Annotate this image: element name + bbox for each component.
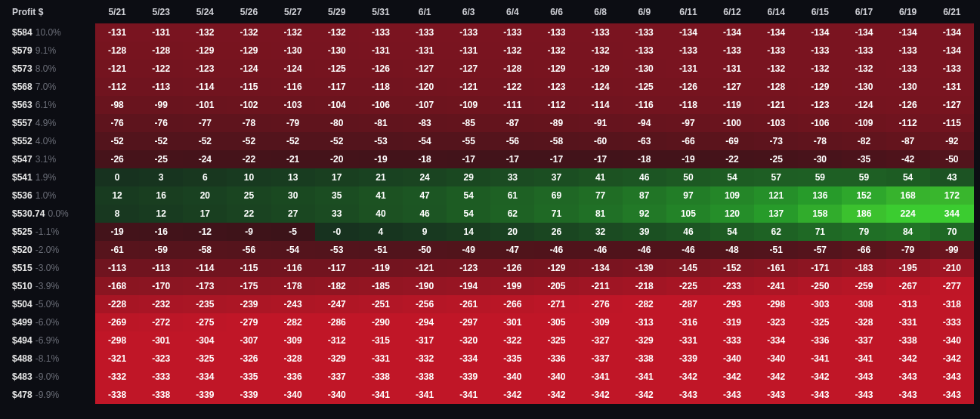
heatmap-cell[interactable]: 46 — [623, 168, 666, 186]
heatmap-cell[interactable]: -51 — [754, 241, 798, 259]
heatmap-cell[interactable]: 50 — [666, 168, 710, 186]
heatmap-cell[interactable]: -121 — [403, 259, 447, 277]
heatmap-cell[interactable]: -53 — [359, 132, 403, 150]
heatmap-cell[interactable]: -118 — [666, 96, 710, 114]
heatmap-cell[interactable]: -94 — [623, 114, 666, 132]
heatmap-cell[interactable]: -17 — [490, 150, 534, 168]
heatmap-cell[interactable]: -339 — [183, 386, 227, 404]
heatmap-cell[interactable]: -185 — [359, 277, 403, 295]
heatmap-cell[interactable]: -131 — [666, 60, 710, 78]
heatmap-cell[interactable]: 136 — [798, 186, 842, 205]
heatmap-cell[interactable]: -269 — [95, 313, 139, 331]
heatmap-cell[interactable]: -341 — [798, 350, 842, 368]
heatmap-cell[interactable]: -190 — [403, 277, 447, 295]
heatmap-cell[interactable]: -175 — [227, 277, 271, 295]
heatmap-cell[interactable]: -132 — [227, 23, 271, 42]
heatmap-cell[interactable]: -30 — [798, 150, 842, 168]
heatmap-cell[interactable]: -343 — [886, 386, 930, 404]
heatmap-cell[interactable]: -329 — [315, 350, 359, 368]
heatmap-cell[interactable]: 27 — [271, 205, 315, 223]
heatmap-cell[interactable]: -24 — [183, 150, 227, 168]
heatmap-cell[interactable]: -22 — [227, 150, 271, 168]
heatmap-cell[interactable]: -170 — [139, 277, 183, 295]
heatmap-cell[interactable]: -129 — [183, 42, 227, 60]
heatmap-cell[interactable]: -52 — [183, 132, 227, 150]
heatmap-cell[interactable]: -58 — [534, 132, 578, 150]
heatmap-cell[interactable]: -342 — [623, 386, 666, 404]
heatmap-cell[interactable]: -113 — [95, 259, 139, 277]
heatmap-cell[interactable]: 3 — [139, 168, 183, 186]
heatmap-cell[interactable]: -332 — [95, 368, 139, 386]
heatmap-cell[interactable]: -332 — [403, 350, 447, 368]
heatmap-cell[interactable]: -343 — [930, 368, 974, 386]
heatmap-cell[interactable]: -5 — [271, 223, 315, 241]
heatmap-cell[interactable]: -126 — [490, 259, 534, 277]
heatmap-cell[interactable]: -127 — [403, 60, 447, 78]
heatmap-cell[interactable]: -336 — [534, 350, 578, 368]
heatmap-cell[interactable]: -133 — [886, 60, 930, 78]
heatmap-cell[interactable]: -112 — [534, 96, 578, 114]
heatmap-cell[interactable]: 20 — [490, 223, 534, 241]
heatmap-cell[interactable]: -59 — [139, 241, 183, 259]
heatmap-cell[interactable]: -66 — [842, 241, 886, 259]
heatmap-cell[interactable]: -326 — [227, 350, 271, 368]
heatmap-cell[interactable]: -133 — [447, 23, 490, 42]
heatmap-cell[interactable]: -117 — [315, 259, 359, 277]
heatmap-cell[interactable]: -272 — [139, 313, 183, 331]
heatmap-cell[interactable]: 12 — [139, 205, 183, 223]
heatmap-cell[interactable]: -328 — [271, 350, 315, 368]
heatmap-cell[interactable]: 17 — [315, 168, 359, 186]
heatmap-cell[interactable]: -12 — [183, 223, 227, 241]
heatmap-cell[interactable]: -81 — [359, 114, 403, 132]
heatmap-cell[interactable]: -51 — [359, 241, 403, 259]
heatmap-cell[interactable]: 24 — [403, 168, 447, 186]
heatmap-cell[interactable]: -131 — [95, 23, 139, 42]
heatmap-cell[interactable]: -82 — [842, 132, 886, 150]
heatmap-cell[interactable]: -134 — [886, 23, 930, 42]
heatmap-cell[interactable]: -125 — [623, 78, 666, 96]
heatmap-cell[interactable]: -340 — [534, 368, 578, 386]
heatmap-cell[interactable]: -343 — [710, 386, 754, 404]
heatmap-cell[interactable]: -115 — [930, 114, 974, 132]
heatmap-cell[interactable]: -114 — [579, 96, 623, 114]
heatmap-cell[interactable]: 109 — [710, 186, 754, 205]
heatmap-cell[interactable]: 70 — [930, 223, 974, 241]
heatmap-cell[interactable]: -282 — [271, 313, 315, 331]
heatmap-cell[interactable]: -199 — [490, 277, 534, 295]
heatmap-cell[interactable]: -132 — [183, 23, 227, 42]
heatmap-cell[interactable]: -42 — [886, 150, 930, 168]
heatmap-cell[interactable]: 47 — [403, 186, 447, 205]
heatmap-cell[interactable]: -133 — [930, 60, 974, 78]
heatmap-cell[interactable]: -109 — [447, 96, 490, 114]
heatmap-cell[interactable]: -331 — [359, 350, 403, 368]
heatmap-cell[interactable]: -290 — [359, 313, 403, 331]
heatmap-cell[interactable]: 35 — [315, 186, 359, 205]
heatmap-cell[interactable]: 46 — [666, 223, 710, 241]
heatmap-cell[interactable]: -53 — [315, 241, 359, 259]
heatmap-cell[interactable]: -145 — [666, 259, 710, 277]
heatmap-cell[interactable]: -342 — [534, 386, 578, 404]
heatmap-cell[interactable]: -331 — [886, 313, 930, 331]
heatmap-cell[interactable]: -276 — [579, 295, 623, 313]
heatmap-cell[interactable]: -113 — [139, 259, 183, 277]
heatmap-cell[interactable]: -338 — [886, 331, 930, 350]
heatmap-cell[interactable]: -132 — [842, 60, 886, 78]
heatmap-cell[interactable]: 168 — [886, 186, 930, 205]
heatmap-cell[interactable]: -287 — [666, 295, 710, 313]
heatmap-cell[interactable]: -340 — [490, 368, 534, 386]
heatmap-cell[interactable]: -122 — [490, 78, 534, 96]
heatmap-cell[interactable]: -341 — [447, 386, 490, 404]
heatmap-cell[interactable]: -131 — [447, 42, 490, 60]
heatmap-cell[interactable]: 105 — [666, 205, 710, 223]
heatmap-cell[interactable]: -336 — [798, 331, 842, 350]
heatmap-cell[interactable]: -128 — [139, 42, 183, 60]
heatmap-cell[interactable]: 14 — [447, 223, 490, 241]
heatmap-cell[interactable]: -46 — [666, 241, 710, 259]
heatmap-cell[interactable]: -261 — [447, 295, 490, 313]
heatmap-cell[interactable]: 17 — [183, 205, 227, 223]
heatmap-cell[interactable]: -327 — [579, 331, 623, 350]
heatmap-cell[interactable]: -341 — [623, 368, 666, 386]
heatmap-cell[interactable]: -342 — [579, 386, 623, 404]
heatmap-cell[interactable]: -319 — [710, 313, 754, 331]
heatmap-cell[interactable]: 172 — [930, 186, 974, 205]
